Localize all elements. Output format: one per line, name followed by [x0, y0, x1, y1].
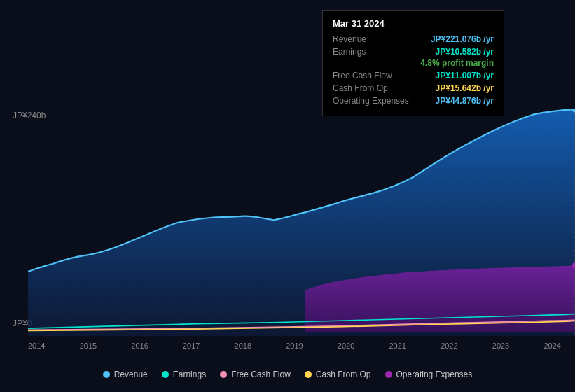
tooltip-fcf-value: JP¥11.007b /yr: [436, 71, 494, 80]
legend-label-cashop: Cash From Op: [316, 370, 371, 379]
chart-area: [28, 108, 575, 336]
legend-dot-opex: [385, 371, 392, 378]
legend-label-revenue: Revenue: [114, 370, 148, 379]
tooltip-opex-row: Operating Expenses JP¥44.876b /yr: [333, 96, 494, 106]
tooltip-revenue-label: Revenue: [333, 34, 366, 44]
x-label-2024: 2024: [543, 342, 560, 350]
x-label-2020: 2020: [338, 342, 354, 350]
x-label-2019: 2019: [286, 342, 303, 350]
tooltip-revenue-row: Revenue JP¥221.076b /yr: [333, 34, 494, 44]
legend-dot-revenue: [103, 371, 110, 378]
tooltip-fcf-row: Free Cash Flow JP¥11.007b /yr: [333, 71, 494, 80]
x-label-2021: 2021: [389, 342, 406, 350]
x-label-2017: 2017: [183, 342, 200, 350]
x-label-2018: 2018: [235, 342, 251, 350]
tooltip-cashop-value: JP¥15.642b /yr: [436, 83, 494, 93]
chart-legend: Revenue Earnings Free Cash Flow Cash Fro…: [0, 370, 575, 379]
x-label-2016: 2016: [131, 342, 148, 350]
legend-fcf: Free Cash Flow: [220, 370, 291, 379]
chart-container: Mar 31 2024 Revenue JP¥221.076b /yr Earn…: [0, 0, 575, 392]
x-label-2014: 2014: [28, 342, 45, 350]
tooltip-earnings-row: Earnings JP¥10.582b /yr: [333, 47, 494, 57]
chart-svg: [28, 108, 575, 336]
legend-revenue: Revenue: [103, 370, 148, 379]
tooltip-earnings-value: JP¥10.582b /yr: [436, 47, 494, 57]
legend-dot-cashop: [305, 371, 312, 378]
tooltip-profit-margin-row: 4.8% profit margin: [333, 58, 494, 68]
x-label-2015: 2015: [80, 342, 97, 350]
legend-label-opex: Operating Expenses: [396, 370, 473, 379]
tooltip-cashop-label: Cash From Op: [333, 83, 388, 93]
legend-cashop: Cash From Op: [305, 370, 371, 379]
tooltip-opex-value: JP¥44.876b /yr: [436, 96, 494, 106]
tooltip-panel: Mar 31 2024 Revenue JP¥221.076b /yr Earn…: [322, 10, 504, 116]
legend-opex: Operating Expenses: [385, 370, 473, 379]
legend-dot-earnings: [162, 371, 169, 378]
x-axis: 2014 2015 2016 2017 2018 2019 2020 2021 …: [28, 342, 575, 350]
tooltip-revenue-value: JP¥221.076b /yr: [431, 34, 494, 44]
tooltip-fcf-label: Free Cash Flow: [333, 71, 392, 80]
tooltip-opex-label: Operating Expenses: [333, 96, 409, 106]
tooltip-date: Mar 31 2024: [333, 18, 494, 29]
legend-label-fcf: Free Cash Flow: [231, 370, 291, 379]
tooltip-profit-margin-value: 4.8% profit margin: [420, 58, 494, 68]
tooltip-cashop-row: Cash From Op JP¥15.642b /yr: [333, 83, 494, 93]
tooltip-earnings-label: Earnings: [333, 47, 366, 57]
x-label-2023: 2023: [492, 342, 509, 350]
x-label-2022: 2022: [441, 342, 457, 350]
legend-dot-fcf: [220, 371, 227, 378]
legend-label-earnings: Earnings: [173, 370, 206, 379]
legend-earnings: Earnings: [162, 370, 206, 379]
